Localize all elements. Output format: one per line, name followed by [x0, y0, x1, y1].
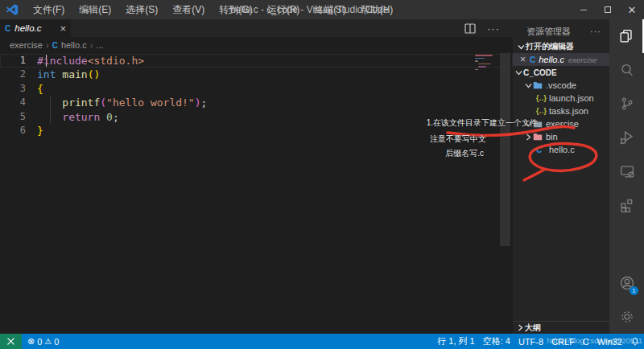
chevron-down-icon: [514, 68, 523, 77]
code-line: 5 return 0;: [0, 110, 513, 125]
c-file-icon: C: [536, 146, 546, 154]
chevron-down-icon: [524, 120, 533, 129]
code-line-text: return 0;: [37, 110, 119, 125]
tree-item-label: C_CODE: [523, 68, 557, 77]
chevron-right-icon: [516, 323, 525, 332]
sidebar-title-row: 资源管理器 ···: [513, 19, 609, 40]
open-editor-item-hello-c[interactable]: × C hello.c exercise: [513, 53, 609, 66]
code-line: 6}: [0, 124, 513, 138]
notifications-bell-icon[interactable]: [626, 336, 644, 347]
line-number: 5: [0, 110, 37, 125]
source-control-icon[interactable]: [609, 87, 644, 121]
outline-section-header[interactable]: 大纲: [513, 321, 609, 334]
line-number: 4: [0, 96, 37, 110]
activity-bar: 1: [609, 19, 644, 334]
tree-item-label: bin: [546, 132, 558, 142]
chevron-down-icon: [524, 81, 533, 90]
json-file-icon: {..}: [536, 107, 546, 115]
extensions-icon[interactable]: [609, 188, 644, 222]
tree-item-bin[interactable]: bin: [513, 130, 609, 143]
code-line: 1#include<stdio.h>: [0, 54, 513, 68]
errors-count: 0: [37, 337, 42, 347]
c-file-icon: C: [52, 41, 58, 50]
breadcrumb-item-exercise[interactable]: exercise: [10, 40, 43, 50]
tree-item-.vscode[interactable]: .vscode: [513, 79, 609, 92]
split-editor-icon[interactable]: [464, 23, 476, 34]
search-icon[interactable]: [609, 53, 644, 87]
more-actions-icon[interactable]: ···: [487, 23, 500, 35]
menu-F[interactable]: 文件(F): [26, 0, 72, 19]
menu-V[interactable]: 查看(V): [165, 0, 212, 19]
code-line-text: #include<stdio.h>: [37, 54, 144, 68]
vscode-window: 文件(F)编辑(E)选择(S)查看(V)转到(G)运行(R)终端(T)帮助(H)…: [0, 0, 644, 349]
run-debug-icon[interactable]: [609, 121, 644, 154]
tree-item-label: launch.json: [549, 93, 594, 103]
account-icon[interactable]: 1: [609, 266, 644, 300]
status-language-mode[interactable]: C: [579, 337, 593, 347]
tree-item-label: .vscode: [546, 80, 576, 90]
code-line: 2int main(): [0, 68, 513, 82]
vscode-logo: [6, 3, 19, 16]
editor-scrollbar[interactable]: [500, 53, 510, 246]
line-number: 3: [0, 82, 37, 96]
tree-item-label: exercise: [546, 119, 579, 129]
code-line-text: int main(): [37, 68, 100, 82]
chevron-right-icon: [524, 133, 533, 142]
sidebar-title: 资源管理器: [526, 26, 571, 38]
breadcrumb: exercise › C hello.c › ...: [0, 37, 513, 53]
breadcrumb-item-more[interactable]: ...: [96, 40, 103, 50]
minimize-icon[interactable]: ─: [572, 0, 596, 19]
status-indentation[interactable]: 空格: 4: [479, 335, 514, 347]
menu-E[interactable]: 编辑(E): [72, 0, 118, 19]
status-right-items: 行 1, 列 1空格: 4UTF-8CRLFCWin32: [433, 335, 644, 347]
warnings-count: 0: [54, 337, 59, 347]
account-badge: 1: [630, 286, 638, 295]
code-line-text: printf("hello world!");: [37, 96, 207, 110]
close-icon[interactable]: ✕: [620, 0, 644, 19]
tree-item-hello.c[interactable]: Chello.c: [513, 143, 609, 156]
tree-item-exercise[interactable]: exercise: [513, 117, 609, 130]
code-line-text: {: [37, 82, 43, 96]
tree-item-tasks.json[interactable]: {..}tasks.json: [513, 105, 609, 117]
chevron-down-icon: [517, 43, 526, 51]
tab-close-icon[interactable]: ×: [60, 23, 66, 34]
tab-bar: C hello.c × ···: [0, 19, 513, 37]
code-editor[interactable]: 1#include<stdio.h>2int main()3{4 printf(…: [0, 53, 513, 334]
tree-item-C_CODE[interactable]: C_CODE: [513, 66, 609, 79]
breadcrumb-item-hello-c[interactable]: hello.c: [61, 40, 87, 50]
problems-status[interactable]: ⊗ 0 ⚠ 0: [22, 336, 59, 347]
editor-region: C hello.c × ··· exercise › C hello.c ›: [0, 19, 513, 334]
explorer-icon[interactable]: [609, 19, 644, 53]
close-icon[interactable]: ×: [520, 54, 526, 65]
sidebar-more-icon[interactable]: ···: [590, 27, 601, 36]
status-encoding[interactable]: UTF-8: [514, 337, 547, 347]
c-file-icon: C: [5, 24, 10, 33]
tab-hello-c[interactable]: C hello.c ×: [0, 19, 71, 37]
code-line: 3{: [0, 82, 513, 96]
folder-icon: [533, 120, 543, 128]
tree-item-label: hello.c: [549, 145, 575, 154]
code-line-text: }: [37, 124, 43, 138]
open-editors-header[interactable]: 打开的编辑器: [513, 40, 609, 53]
code-line: 4 printf("hello world!");: [0, 96, 513, 110]
title-bar: 文件(F)编辑(E)选择(S)查看(V)转到(G)运行(R)终端(T)帮助(H)…: [0, 0, 644, 19]
json-file-icon: {..}: [536, 94, 546, 102]
line-number: 1: [0, 54, 37, 68]
tab-label: hello.c: [14, 23, 56, 33]
tree-item-launch.json[interactable]: {..}launch.json: [513, 92, 609, 105]
menu-S[interactable]: 选择(S): [118, 0, 165, 19]
settings-icon[interactable]: [609, 300, 644, 334]
folder-icon: [533, 133, 543, 141]
window-controls: ─ ✕: [572, 0, 644, 19]
status-platform[interactable]: Win32: [593, 337, 626, 347]
open-editor-label: hello.c: [539, 55, 564, 64]
errors-icon: ⊗: [27, 336, 35, 347]
maximize-icon[interactable]: [596, 0, 620, 19]
remote-indicator[interactable]: [0, 334, 22, 349]
status-cursor-position[interactable]: 行 1, 列 1: [433, 335, 478, 347]
open-editor-detail: exercise: [568, 55, 597, 64]
remote-explorer-icon[interactable]: [609, 154, 644, 188]
tree-item-label: tasks.json: [549, 106, 588, 116]
chevron-right-icon: ›: [46, 40, 49, 50]
status-eol[interactable]: CRLF: [547, 337, 579, 347]
